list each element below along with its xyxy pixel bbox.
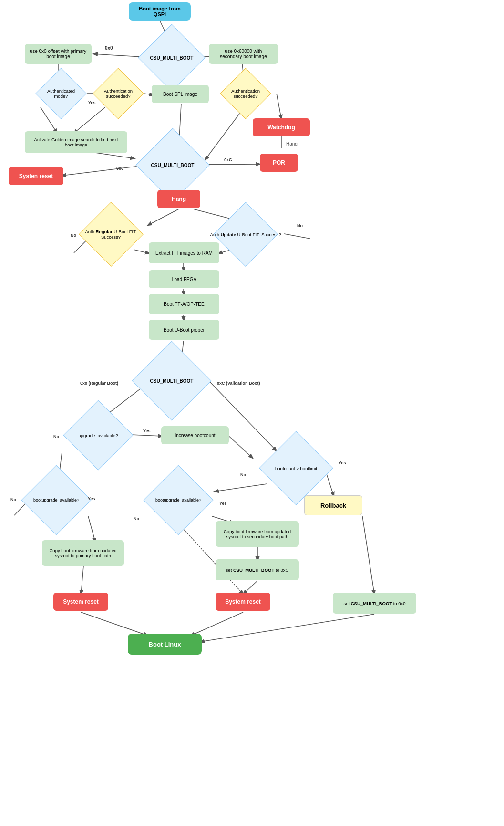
extract-fit-label: Extract FIT images to RAM	[155, 251, 213, 256]
load-fpga-node: Load FPGA	[149, 270, 219, 288]
edge-no-auth-regular: No	[71, 233, 76, 238]
rollback-node: Rollback	[304, 495, 362, 515]
edge-yes-upgrade: Yes	[143, 429, 151, 433]
edge-yes-bootupg1: Yes	[88, 496, 95, 501]
edge-0xc-csu2: 0xC	[224, 157, 232, 162]
rollback-label: Rollback	[320, 502, 346, 509]
copy-firmware-secondary-node: Copy boot firmware from updated sysroot …	[216, 521, 299, 547]
svg-line-37	[243, 581, 257, 594]
use-0x60000-node: use 0x60000 with secondary boot image	[209, 44, 278, 64]
system-reset3-node: System reset	[216, 593, 270, 611]
csu2-node: CSU_MULTI_BOOT	[125, 144, 220, 186]
edge-0xc-validation: 0xC (Validation Boot)	[217, 381, 260, 386]
boot-uboot-node: Boot U-Boot proper	[149, 320, 219, 340]
boot-image-label: Boot image from QSPI	[139, 6, 180, 17]
boot-linux-label: Boot Linux	[149, 641, 181, 648]
svg-line-42	[362, 516, 374, 594]
load-fpga-label: Load FPGA	[172, 277, 196, 282]
edge-no-bootupg1: No	[10, 497, 16, 502]
edge-0x0-top: 0x0	[105, 45, 113, 51]
increase-bootcount-node: Increase bootcount	[161, 426, 229, 444]
edge-no-auth-update: No	[297, 223, 303, 228]
auth-success2-node: Authenticationsucceeded?	[212, 77, 279, 110]
boot-linux-node: Boot Linux	[128, 634, 202, 655]
hang1-node: Hang	[157, 190, 200, 208]
boot-image-node: Boot image from QSPI	[129, 2, 191, 21]
copy-firmware-primary-label: Copy boot firmware from updated sysroot …	[47, 548, 119, 558]
use-0x0-label: use 0x0 offset with primary boot image	[30, 49, 87, 59]
por-label: POR	[273, 159, 285, 166]
svg-line-45	[200, 614, 374, 642]
boot-tfa-label: Boot TF-A/OP-TEE	[164, 302, 204, 307]
system-reset2-node: System reset	[53, 593, 108, 611]
svg-text:Hang!: Hang!	[286, 141, 299, 146]
set-csu-0x0-node: set CSU_MULTI_BOOT to 0x0	[333, 593, 416, 614]
bootupgrade2-node: bootupgrade_available?	[133, 481, 224, 519]
watchdog-node: Watchdog	[253, 118, 310, 136]
edge-0x0-csu2: 0x0	[116, 166, 123, 171]
system-reset3-label: System reset	[225, 598, 261, 605]
use-0x0-node: use 0x0 offset with primary boot image	[25, 44, 92, 64]
copy-firmware-secondary-label: Copy boot firmware from updated sysroot …	[220, 529, 294, 539]
use-0x60000-label: use 0x60000 with secondary boot image	[214, 49, 273, 59]
auth-success1-node: Authenticationsucceeded?	[85, 77, 152, 110]
auth-regular-node: Auth Regular U-Boot FIT.Success?	[69, 216, 153, 253]
watchdog-label: Watchdog	[267, 124, 295, 131]
por-node: POR	[260, 154, 298, 172]
bootcount-bootlimit-node: bootcount > bootlimit	[249, 449, 343, 488]
boot-tfa-node: Boot TF-A/OP-TEE	[149, 294, 219, 314]
system-reset2-label: System reset	[63, 598, 99, 605]
copy-firmware-primary-node: Copy boot firmware from updated sysroot …	[42, 540, 124, 566]
hang1-label: Hang	[172, 196, 186, 202]
activate-golden-node: Activate Golden image search to find nex…	[25, 131, 127, 153]
boot-spl-label: Boot SPL image	[163, 92, 197, 97]
svg-line-43	[81, 612, 148, 636]
set-csu-0x0-label: set CSU_MULTI_BOOT to 0x0	[343, 601, 405, 606]
set-csu-0xc-node: set CSU_MULTI_BOOT to 0xC	[216, 559, 299, 580]
csu1-node: CSU_MULTI_BOOT	[126, 37, 217, 78]
edge-no-bootupg2: No	[134, 516, 139, 521]
svg-line-40	[81, 566, 83, 594]
edge-0x0-regular: 0x0 (Regular Boot)	[80, 381, 118, 386]
csu3-node: CSU_MULTI_BOOT	[122, 359, 222, 403]
activate-golden-label: Activate Golden image search to find nex…	[30, 137, 123, 147]
edge-yes-bootupg2: Yes	[219, 501, 227, 506]
svg-line-44	[191, 612, 243, 636]
system-reset1-label: Systen reset	[19, 173, 53, 179]
edge-yes-bootlimit: Yes	[339, 460, 346, 465]
auth-mode-node: Authenticatedmode?	[28, 77, 94, 110]
system-reset1-node: Systen reset	[9, 167, 63, 185]
boot-spl-node: Boot SPL image	[152, 85, 209, 103]
increase-bootcount-label: Increase bootcount	[175, 433, 215, 438]
svg-line-39	[88, 516, 95, 542]
svg-line-8	[74, 107, 105, 133]
edge-no-bootlimit: No	[240, 472, 246, 477]
boot-uboot-label: Boot U-Boot proper	[164, 327, 205, 333]
edge-no-upgrade: No	[53, 434, 59, 439]
upgrade-avail-node: upgrade_available?	[52, 416, 144, 454]
set-csu-0xc-label: set CSU_MULTI_BOOT to 0xC	[226, 567, 289, 573]
extract-fit-node: Extract FIT images to RAM	[149, 242, 219, 263]
